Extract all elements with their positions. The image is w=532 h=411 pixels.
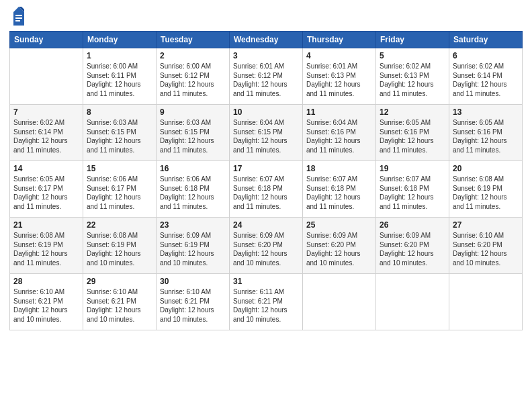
weekday-header-row: SundayMondayTuesdayWednesdayThursdayFrid…: [10, 32, 523, 48]
day-number: 12: [380, 107, 445, 117]
day-info: Sunrise: 6:07 AM Sunset: 6:18 PM Dayligh…: [233, 175, 299, 211]
day-number: 14: [13, 164, 79, 173]
day-info: Sunrise: 6:01 AM Sunset: 6:13 PM Dayligh…: [306, 62, 372, 98]
day-number: 18: [306, 164, 372, 173]
day-info: Sunrise: 6:10 AM Sunset: 6:21 PM Dayligh…: [87, 287, 152, 324]
calendar-cell: 21Sunrise: 6:08 AM Sunset: 6:19 PM Dayli…: [10, 218, 83, 274]
week-row-4: 28Sunrise: 6:10 AM Sunset: 6:21 PM Dayli…: [10, 274, 523, 330]
calendar-cell: 30Sunrise: 6:10 AM Sunset: 6:21 PM Dayli…: [157, 274, 230, 330]
day-number: 7: [13, 107, 79, 117]
day-number: 8: [87, 107, 152, 117]
day-number: 17: [233, 164, 299, 173]
day-info: Sunrise: 6:08 AM Sunset: 6:19 PM Dayligh…: [87, 231, 152, 267]
day-info: Sunrise: 6:09 AM Sunset: 6:20 PM Dayligh…: [233, 231, 299, 267]
day-info: Sunrise: 6:10 AM Sunset: 6:20 PM Dayligh…: [453, 231, 519, 267]
day-number: 26: [380, 220, 445, 230]
day-info: Sunrise: 6:05 AM Sunset: 6:16 PM Dayligh…: [380, 118, 445, 154]
day-number: 25: [306, 220, 372, 230]
weekday-header-friday: Friday: [376, 32, 449, 48]
svg-rect-4: [15, 20, 20, 21]
day-number: 21: [13, 220, 79, 230]
day-info: Sunrise: 6:05 AM Sunset: 6:16 PM Dayligh…: [453, 118, 519, 154]
week-row-2: 14Sunrise: 6:05 AM Sunset: 6:17 PM Dayli…: [10, 161, 523, 218]
weekday-header-sunday: Sunday: [10, 32, 83, 48]
weekday-header-saturday: Saturday: [449, 32, 523, 48]
day-number: 27: [453, 220, 519, 230]
week-row-0: 1Sunrise: 6:00 AM Sunset: 6:11 PM Daylig…: [10, 48, 523, 105]
calendar-cell: 27Sunrise: 6:10 AM Sunset: 6:20 PM Dayli…: [449, 218, 523, 274]
calendar-cell: 13Sunrise: 6:05 AM Sunset: 6:16 PM Dayli…: [449, 105, 523, 161]
day-number: 4: [306, 51, 372, 60]
calendar-cell: 16Sunrise: 6:06 AM Sunset: 6:18 PM Dayli…: [157, 161, 230, 218]
day-info: Sunrise: 6:06 AM Sunset: 6:18 PM Dayligh…: [160, 175, 226, 211]
day-number: 5: [380, 51, 445, 60]
calendar-cell: 7Sunrise: 6:02 AM Sunset: 6:14 PM Daylig…: [10, 105, 83, 161]
day-info: Sunrise: 6:00 AM Sunset: 6:12 PM Dayligh…: [160, 62, 226, 98]
day-number: 30: [160, 277, 226, 286]
week-row-1: 7Sunrise: 6:02 AM Sunset: 6:14 PM Daylig…: [10, 105, 523, 161]
calendar-cell: 31Sunrise: 6:11 AM Sunset: 6:21 PM Dayli…: [230, 274, 303, 330]
day-number: 13: [453, 107, 519, 117]
day-number: 28: [13, 277, 79, 286]
day-number: 16: [160, 164, 226, 173]
day-number: 2: [160, 51, 226, 60]
day-info: Sunrise: 6:09 AM Sunset: 6:19 PM Dayligh…: [160, 231, 226, 267]
logo: [9, 7, 26, 26]
calendar-cell: 14Sunrise: 6:05 AM Sunset: 6:17 PM Dayli…: [10, 161, 83, 218]
calendar-cell: 15Sunrise: 6:06 AM Sunset: 6:17 PM Dayli…: [83, 161, 157, 218]
day-number: 31: [233, 277, 299, 286]
logo-icon: [12, 7, 26, 26]
calendar-cell: 18Sunrise: 6:07 AM Sunset: 6:18 PM Dayli…: [303, 161, 376, 218]
day-number: 20: [453, 164, 519, 173]
day-info: Sunrise: 6:03 AM Sunset: 6:15 PM Dayligh…: [87, 118, 152, 154]
day-number: 23: [160, 220, 226, 230]
day-info: Sunrise: 6:09 AM Sunset: 6:20 PM Dayligh…: [380, 231, 445, 267]
weekday-header-monday: Monday: [83, 32, 157, 48]
calendar-cell: 20Sunrise: 6:08 AM Sunset: 6:19 PM Dayli…: [449, 161, 523, 218]
weekday-header-tuesday: Tuesday: [157, 32, 230, 48]
calendar-cell: 24Sunrise: 6:09 AM Sunset: 6:20 PM Dayli…: [230, 218, 303, 274]
day-info: Sunrise: 6:06 AM Sunset: 6:17 PM Dayligh…: [87, 175, 152, 211]
calendar-body: 1Sunrise: 6:00 AM Sunset: 6:11 PM Daylig…: [10, 48, 523, 330]
calendar-cell: 3Sunrise: 6:01 AM Sunset: 6:12 PM Daylig…: [230, 48, 303, 105]
calendar-cell: 2Sunrise: 6:00 AM Sunset: 6:12 PM Daylig…: [157, 48, 230, 105]
page: SundayMondayTuesdayWednesdayThursdayFrid…: [0, 0, 532, 411]
day-number: 1: [87, 51, 152, 60]
calendar-cell: 8Sunrise: 6:03 AM Sunset: 6:15 PM Daylig…: [83, 105, 157, 161]
weekday-header-thursday: Thursday: [303, 32, 376, 48]
calendar-cell: 17Sunrise: 6:07 AM Sunset: 6:18 PM Dayli…: [230, 161, 303, 218]
day-number: 19: [380, 164, 445, 173]
day-info: Sunrise: 6:10 AM Sunset: 6:21 PM Dayligh…: [13, 287, 79, 324]
day-info: Sunrise: 6:11 AM Sunset: 6:21 PM Dayligh…: [233, 287, 299, 324]
day-number: 11: [306, 107, 372, 117]
svg-rect-3: [15, 17, 22, 19]
day-info: Sunrise: 6:03 AM Sunset: 6:15 PM Dayligh…: [160, 118, 226, 154]
calendar-cell: [10, 48, 83, 105]
day-info: Sunrise: 6:07 AM Sunset: 6:18 PM Dayligh…: [380, 175, 445, 211]
calendar-cell: 9Sunrise: 6:03 AM Sunset: 6:15 PM Daylig…: [157, 105, 230, 161]
calendar-cell: 12Sunrise: 6:05 AM Sunset: 6:16 PM Dayli…: [376, 105, 449, 161]
calendar-cell: 26Sunrise: 6:09 AM Sunset: 6:20 PM Dayli…: [376, 218, 449, 274]
day-info: Sunrise: 6:02 AM Sunset: 6:14 PM Dayligh…: [453, 62, 519, 98]
day-number: 15: [87, 164, 152, 173]
day-info: Sunrise: 6:05 AM Sunset: 6:17 PM Dayligh…: [13, 175, 79, 211]
day-info: Sunrise: 6:04 AM Sunset: 6:16 PM Dayligh…: [306, 118, 372, 154]
calendar-cell: 28Sunrise: 6:10 AM Sunset: 6:21 PM Dayli…: [10, 274, 83, 330]
day-info: Sunrise: 6:09 AM Sunset: 6:20 PM Dayligh…: [306, 231, 372, 267]
calendar-cell: 4Sunrise: 6:01 AM Sunset: 6:13 PM Daylig…: [303, 48, 376, 105]
calendar-cell: 25Sunrise: 6:09 AM Sunset: 6:20 PM Dayli…: [303, 218, 376, 274]
day-number: 24: [233, 220, 299, 230]
calendar-cell: [376, 274, 449, 330]
day-number: 10: [233, 107, 299, 117]
calendar-table: SundayMondayTuesdayWednesdayThursdayFrid…: [9, 31, 523, 330]
calendar-cell: 11Sunrise: 6:04 AM Sunset: 6:16 PM Dayli…: [303, 105, 376, 161]
calendar-cell: 23Sunrise: 6:09 AM Sunset: 6:19 PM Dayli…: [157, 218, 230, 274]
calendar-cell: [449, 274, 523, 330]
calendar-cell: 6Sunrise: 6:02 AM Sunset: 6:14 PM Daylig…: [449, 48, 523, 105]
day-info: Sunrise: 6:01 AM Sunset: 6:12 PM Dayligh…: [233, 62, 299, 98]
day-number: 29: [87, 277, 152, 286]
day-info: Sunrise: 6:10 AM Sunset: 6:21 PM Dayligh…: [160, 287, 226, 324]
day-number: 3: [233, 51, 299, 60]
calendar-cell: 1Sunrise: 6:00 AM Sunset: 6:11 PM Daylig…: [83, 48, 157, 105]
calendar-cell: 5Sunrise: 6:02 AM Sunset: 6:13 PM Daylig…: [376, 48, 449, 105]
